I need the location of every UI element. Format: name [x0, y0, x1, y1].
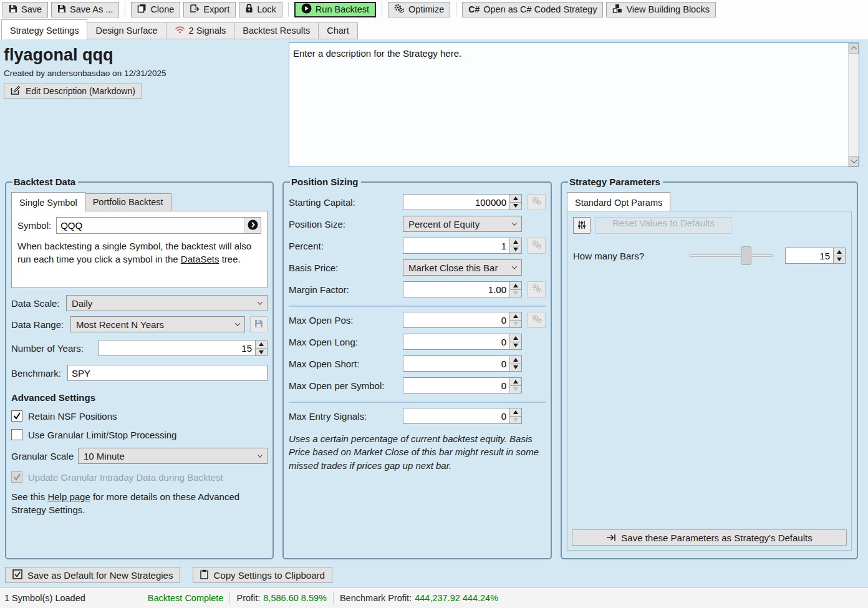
spin-down-button[interactable] [510, 364, 521, 372]
save-parameters-defaults-button[interactable]: Save these Parameters as Strategy's Defa… [572, 529, 847, 546]
basis-price-dropdown[interactable]: Market Close this Bar [403, 259, 522, 276]
spin-down-button[interactable] [510, 246, 521, 254]
max-open-short-input[interactable] [403, 356, 509, 371]
spin-down-button[interactable] [834, 256, 845, 264]
margin-factor-settings-button[interactable] [528, 281, 546, 297]
tab-standard-opt-params[interactable]: Standard Opt Params [567, 192, 670, 211]
margin-factor-input[interactable] [403, 282, 509, 297]
reset-values-button[interactable]: Reset Values to Defaults [596, 217, 731, 234]
tab-design-surface[interactable]: Design Surface [87, 22, 166, 39]
spin-up-button[interactable] [834, 248, 845, 256]
max-open-long-label: Max Open Long: [289, 337, 403, 347]
datasets-link[interactable]: DataSets [181, 254, 219, 264]
param-bars-label: How many Bars? [573, 251, 688, 261]
spin-up-button[interactable] [510, 378, 521, 386]
edit-description-button[interactable]: Edit Description (Markdown) [4, 84, 142, 99]
save-data-range-button[interactable] [250, 316, 268, 332]
max-entry-signals-input[interactable] [403, 408, 509, 423]
spin-down-button[interactable] [510, 290, 521, 297]
save-as-button[interactable]: Save As ... [51, 2, 119, 17]
spin-up-button[interactable] [510, 312, 521, 321]
tab-single-symbol[interactable]: Single Symbol [11, 192, 85, 211]
scroll-up-button[interactable] [849, 43, 859, 54]
symbol-go-button[interactable] [244, 218, 261, 233]
single-symbol-panel: Symbol: When backtesting a single Symbol… [11, 211, 268, 288]
spin-down-button[interactable] [510, 321, 521, 328]
param-bars-slider[interactable] [690, 246, 773, 265]
signals-icon [175, 26, 185, 36]
data-scale-dropdown[interactable]: Daily [66, 295, 268, 311]
page-title: flyagonal qqq [4, 46, 286, 65]
margin-factor-label: Margin Factor: [289, 284, 403, 295]
gear-icon [532, 196, 542, 208]
retain-nsf-checkbox[interactable] [11, 410, 22, 422]
starting-capital-label: Starting Capital: [289, 197, 403, 208]
max-open-pos-settings-button[interactable] [528, 312, 546, 328]
spin-up-button[interactable] [256, 340, 267, 349]
lock-button[interactable]: Lock [239, 2, 282, 17]
max-open-per-symbol-input[interactable] [403, 378, 509, 393]
param-row-bars: How many Bars? [573, 246, 846, 265]
toolbar-separator [288, 2, 289, 17]
spin-up-button[interactable] [510, 238, 521, 246]
separator [289, 306, 546, 307]
spin-up-button[interactable] [510, 282, 521, 290]
percent-input[interactable] [403, 238, 509, 253]
spin-down-button[interactable] [510, 386, 521, 393]
view-building-blocks-button[interactable]: View Building Blocks [606, 2, 716, 17]
position-size-label: Position Size: [289, 219, 403, 229]
number-of-years-input[interactable] [99, 340, 255, 355]
update-granular-checkbox[interactable] [11, 471, 22, 483]
save-button[interactable]: Save [2, 2, 48, 17]
copy-settings-button[interactable]: Copy Settings to Clipboard [193, 567, 332, 583]
save-as-default-label: Save as Default for New Strategies [27, 570, 173, 581]
use-granular-label: Use Granular Limit/Stop Processing [28, 430, 176, 440]
spin-up-button[interactable] [510, 408, 521, 417]
description-scrollbar[interactable] [848, 43, 859, 166]
granular-scale-dropdown[interactable]: 10 Minute [78, 448, 268, 464]
max-open-long-input[interactable] [403, 334, 509, 349]
edit-pencil-icon [11, 85, 21, 97]
save-as-default-button[interactable]: Save as Default for New Strategies [5, 567, 180, 583]
percent-settings-button[interactable] [528, 238, 546, 254]
optimize-button[interactable]: Optimize [388, 2, 450, 17]
checked-box-icon [12, 569, 22, 581]
created-by-text: Created by andersonbasdao on 12/31/2025 [4, 69, 286, 78]
run-backtest-label: Run Backtest [316, 4, 369, 14]
scroll-down-button[interactable] [849, 156, 859, 166]
help-page-link[interactable]: Help page [47, 491, 90, 502]
slider-thumb[interactable] [741, 246, 751, 265]
tab-portfolio-backtest[interactable]: Portfolio Backtest [85, 193, 171, 211]
spin-up-button[interactable] [510, 334, 521, 342]
use-granular-checkbox[interactable] [11, 429, 22, 440]
view-building-blocks-label: View Building Blocks [626, 4, 710, 14]
profit-status: Profit:8,586.60 8.59% [236, 593, 326, 603]
data-range-dropdown[interactable]: Most Recent N Years [70, 316, 245, 332]
starting-capital-settings-button[interactable] [528, 194, 546, 210]
update-granular-row: Update Granular Intraday Data during Bac… [11, 471, 268, 483]
spin-down-button[interactable] [256, 349, 267, 356]
position-size-dropdown[interactable]: Percent of Equity [403, 216, 522, 232]
backtest-data-group: Backtest Data Single Symbol Portfolio Ba… [5, 176, 274, 559]
export-button[interactable]: Export [183, 2, 236, 17]
spin-down-button[interactable] [510, 342, 521, 350]
benchmark-label: Benchmark: [11, 368, 67, 379]
spin-down-button[interactable] [510, 203, 521, 210]
spin-up-button[interactable] [510, 356, 521, 364]
clone-button[interactable]: Clone [131, 2, 180, 17]
max-open-pos-input[interactable] [403, 312, 509, 327]
tab-backtest-results[interactable]: Backtest Results [234, 22, 319, 39]
open-csharp-button[interactable]: C# Open as C# Coded Strategy [462, 2, 603, 17]
starting-capital-input[interactable] [403, 195, 509, 210]
description-textarea[interactable]: Enter a description for the Strategy her… [289, 43, 848, 166]
tab-chart[interactable]: Chart [319, 22, 357, 39]
run-backtest-button[interactable]: Run Backtest [294, 2, 376, 17]
tab-signals[interactable]: 2 Signals [166, 22, 235, 39]
spin-down-button[interactable] [510, 417, 521, 424]
symbol-input[interactable] [57, 220, 244, 231]
tab-strategy-settings[interactable]: Strategy Settings [1, 19, 87, 39]
benchmark-input[interactable] [67, 365, 268, 381]
spin-up-button[interactable] [510, 195, 521, 203]
parameter-sliders-button[interactable] [573, 217, 591, 234]
param-bars-input[interactable] [786, 248, 833, 263]
